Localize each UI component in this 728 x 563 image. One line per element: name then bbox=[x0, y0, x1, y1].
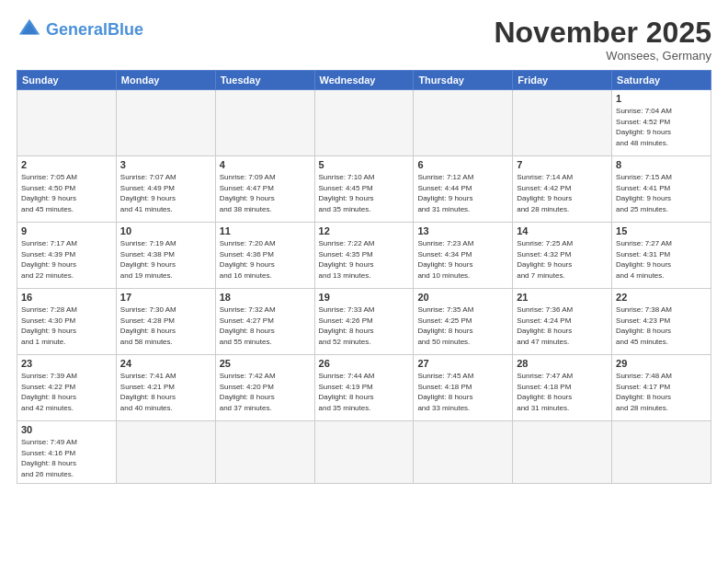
day-number: 2 bbox=[21, 159, 112, 170]
day-number: 7 bbox=[517, 159, 608, 170]
day-info: Sunrise: 7:30 AM Sunset: 4:28 PM Dayligh… bbox=[120, 304, 211, 347]
calendar-week-row: 23Sunrise: 7:39 AM Sunset: 4:22 PM Dayli… bbox=[17, 355, 711, 421]
location: Wonsees, Germany bbox=[494, 49, 711, 63]
day-number: 28 bbox=[517, 358, 608, 369]
day-number: 22 bbox=[616, 292, 707, 303]
calendar-day-cell: 4Sunrise: 7:09 AM Sunset: 4:47 PM Daylig… bbox=[215, 156, 314, 223]
day-info: Sunrise: 7:48 AM Sunset: 4:17 PM Dayligh… bbox=[616, 371, 707, 413]
title-block: November 2025 Wonsees, Germany bbox=[494, 17, 711, 63]
calendar-day-cell: 15Sunrise: 7:27 AM Sunset: 4:31 PM Dayli… bbox=[612, 223, 711, 289]
day-info: Sunrise: 7:33 AM Sunset: 4:26 PM Dayligh… bbox=[319, 304, 410, 347]
calendar-day-cell: 2Sunrise: 7:05 AM Sunset: 4:50 PM Daylig… bbox=[17, 156, 117, 223]
calendar-day-cell bbox=[116, 90, 215, 156]
day-info: Sunrise: 7:19 AM Sunset: 4:38 PM Dayligh… bbox=[120, 238, 211, 281]
calendar-day-cell: 12Sunrise: 7:22 AM Sunset: 4:35 PM Dayli… bbox=[314, 223, 414, 289]
day-number: 17 bbox=[120, 292, 211, 303]
header: GeneralBlue November 2025 Wonsees, Germa… bbox=[17, 17, 711, 63]
day-number: 14 bbox=[517, 225, 608, 236]
calendar-day-cell: 9Sunrise: 7:17 AM Sunset: 4:39 PM Daylig… bbox=[17, 223, 117, 289]
weekday-header: Friday bbox=[513, 71, 612, 90]
day-number: 13 bbox=[417, 225, 508, 236]
day-number: 21 bbox=[517, 292, 608, 303]
calendar-day-cell: 16Sunrise: 7:28 AM Sunset: 4:30 PM Dayli… bbox=[17, 289, 117, 355]
calendar-table: SundayMondayTuesdayWednesdayThursdayFrid… bbox=[17, 70, 711, 483]
day-number: 26 bbox=[319, 358, 410, 369]
calendar-day-cell: 29Sunrise: 7:48 AM Sunset: 4:17 PM Dayli… bbox=[612, 355, 711, 421]
day-info: Sunrise: 7:44 AM Sunset: 4:19 PM Dayligh… bbox=[319, 371, 410, 413]
calendar-day-cell: 10Sunrise: 7:19 AM Sunset: 4:38 PM Dayli… bbox=[116, 223, 215, 289]
day-info: Sunrise: 7:47 AM Sunset: 4:18 PM Dayligh… bbox=[517, 371, 608, 413]
calendar-day-cell bbox=[215, 421, 314, 483]
logo-blue: Blue bbox=[108, 20, 143, 39]
weekday-header: Monday bbox=[116, 71, 215, 90]
calendar-day-cell bbox=[116, 421, 215, 483]
calendar-day-cell: 14Sunrise: 7:25 AM Sunset: 4:32 PM Dayli… bbox=[513, 223, 612, 289]
calendar-week-row: 2Sunrise: 7:05 AM Sunset: 4:50 PM Daylig… bbox=[17, 156, 711, 223]
logo-general: General bbox=[46, 20, 108, 39]
day-number: 5 bbox=[319, 159, 410, 170]
day-info: Sunrise: 7:35 AM Sunset: 4:25 PM Dayligh… bbox=[417, 304, 508, 347]
day-number: 11 bbox=[220, 225, 311, 236]
day-info: Sunrise: 7:41 AM Sunset: 4:21 PM Dayligh… bbox=[120, 371, 211, 413]
day-info: Sunrise: 7:49 AM Sunset: 4:16 PM Dayligh… bbox=[21, 437, 112, 479]
day-info: Sunrise: 7:27 AM Sunset: 4:31 PM Dayligh… bbox=[616, 238, 707, 281]
day-info: Sunrise: 7:45 AM Sunset: 4:18 PM Dayligh… bbox=[417, 371, 508, 413]
weekday-header: Tuesday bbox=[215, 71, 314, 90]
calendar-day-cell: 23Sunrise: 7:39 AM Sunset: 4:22 PM Dayli… bbox=[17, 355, 117, 421]
day-info: Sunrise: 7:39 AM Sunset: 4:22 PM Dayligh… bbox=[21, 371, 112, 413]
day-number: 20 bbox=[417, 292, 508, 303]
day-info: Sunrise: 7:17 AM Sunset: 4:39 PM Dayligh… bbox=[21, 238, 112, 281]
calendar-day-cell: 26Sunrise: 7:44 AM Sunset: 4:19 PM Dayli… bbox=[314, 355, 414, 421]
day-info: Sunrise: 7:36 AM Sunset: 4:24 PM Dayligh… bbox=[517, 304, 608, 347]
weekday-header: Wednesday bbox=[314, 71, 414, 90]
weekday-header: Thursday bbox=[414, 71, 513, 90]
calendar-day-cell: 24Sunrise: 7:41 AM Sunset: 4:21 PM Dayli… bbox=[116, 355, 215, 421]
calendar-day-cell: 5Sunrise: 7:10 AM Sunset: 4:45 PM Daylig… bbox=[314, 156, 414, 223]
day-number: 29 bbox=[616, 358, 707, 369]
day-number: 24 bbox=[120, 358, 211, 369]
day-number: 15 bbox=[616, 225, 707, 236]
calendar-day-cell: 18Sunrise: 7:32 AM Sunset: 4:27 PM Dayli… bbox=[215, 289, 314, 355]
logo-text: GeneralBlue bbox=[46, 21, 143, 38]
day-number: 3 bbox=[120, 159, 211, 170]
page: GeneralBlue November 2025 Wonsees, Germa… bbox=[0, 0, 728, 563]
calendar-header-row: SundayMondayTuesdayWednesdayThursdayFrid… bbox=[17, 71, 711, 90]
day-number: 4 bbox=[220, 159, 311, 170]
calendar-day-cell: 22Sunrise: 7:38 AM Sunset: 4:23 PM Dayli… bbox=[612, 289, 711, 355]
day-number: 25 bbox=[220, 358, 311, 369]
calendar-day-cell bbox=[513, 90, 612, 156]
day-number: 30 bbox=[21, 424, 112, 435]
calendar-day-cell bbox=[17, 90, 117, 156]
calendar-day-cell: 17Sunrise: 7:30 AM Sunset: 4:28 PM Dayli… bbox=[116, 289, 215, 355]
calendar-day-cell: 11Sunrise: 7:20 AM Sunset: 4:36 PM Dayli… bbox=[215, 223, 314, 289]
calendar-week-row: 30Sunrise: 7:49 AM Sunset: 4:16 PM Dayli… bbox=[17, 421, 711, 483]
calendar-week-row: 9Sunrise: 7:17 AM Sunset: 4:39 PM Daylig… bbox=[17, 223, 711, 289]
calendar-day-cell: 6Sunrise: 7:12 AM Sunset: 4:44 PM Daylig… bbox=[414, 156, 513, 223]
calendar-day-cell: 21Sunrise: 7:36 AM Sunset: 4:24 PM Dayli… bbox=[513, 289, 612, 355]
day-info: Sunrise: 7:15 AM Sunset: 4:41 PM Dayligh… bbox=[616, 172, 707, 214]
day-info: Sunrise: 7:28 AM Sunset: 4:30 PM Dayligh… bbox=[21, 304, 112, 347]
day-number: 8 bbox=[616, 159, 707, 170]
day-info: Sunrise: 7:09 AM Sunset: 4:47 PM Dayligh… bbox=[220, 172, 311, 214]
day-number: 12 bbox=[319, 225, 410, 236]
weekday-header: Saturday bbox=[612, 71, 711, 90]
calendar-day-cell bbox=[314, 421, 414, 483]
calendar-day-cell: 27Sunrise: 7:45 AM Sunset: 4:18 PM Dayli… bbox=[414, 355, 513, 421]
calendar-day-cell bbox=[414, 90, 513, 156]
month-title: November 2025 bbox=[494, 17, 711, 49]
day-info: Sunrise: 7:38 AM Sunset: 4:23 PM Dayligh… bbox=[616, 304, 707, 347]
day-number: 16 bbox=[21, 292, 112, 303]
calendar-day-cell bbox=[513, 421, 612, 483]
calendar-week-row: 16Sunrise: 7:28 AM Sunset: 4:30 PM Dayli… bbox=[17, 289, 711, 355]
day-number: 6 bbox=[417, 159, 508, 170]
calendar-day-cell: 13Sunrise: 7:23 AM Sunset: 4:34 PM Dayli… bbox=[414, 223, 513, 289]
day-info: Sunrise: 7:42 AM Sunset: 4:20 PM Dayligh… bbox=[220, 371, 311, 413]
calendar-day-cell bbox=[314, 90, 414, 156]
day-number: 23 bbox=[21, 358, 112, 369]
day-number: 9 bbox=[21, 225, 112, 236]
calendar-day-cell: 25Sunrise: 7:42 AM Sunset: 4:20 PM Dayli… bbox=[215, 355, 314, 421]
calendar-day-cell: 1Sunrise: 7:04 AM Sunset: 4:52 PM Daylig… bbox=[612, 90, 711, 156]
calendar-day-cell bbox=[414, 421, 513, 483]
day-number: 10 bbox=[120, 225, 211, 236]
day-info: Sunrise: 7:07 AM Sunset: 4:49 PM Dayligh… bbox=[120, 172, 211, 214]
